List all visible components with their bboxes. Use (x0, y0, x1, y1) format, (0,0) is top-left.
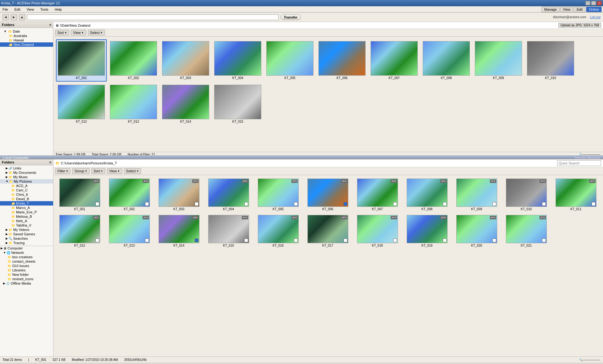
local-thumb-kt020[interactable]: JPG KT_020 (452, 213, 501, 249)
local-thumb-kt018[interactable]: JPG KT_018 (353, 213, 402, 249)
lf-mymusic[interactable]: ▶ 📁 My Music (0, 175, 53, 179)
minimize-button[interactable]: _ (585, 1, 590, 5)
url-input[interactable]: ACDSeeOnline.com (27, 14, 279, 20)
local-thumb-kt017[interactable]: JPG KT_017 (303, 213, 352, 249)
local-select-button[interactable]: Select ▼ (124, 168, 141, 174)
thumb-item-kt008[interactable]: KT_008 (421, 39, 472, 82)
local-thumb-kt010[interactable]: JPG KT_010 (502, 177, 551, 212)
lf-acd-a[interactable]: 📁 ACD_A (0, 184, 53, 188)
local-thumb-kt005[interactable]: JPG KT_005 (254, 177, 302, 212)
local-thumb-kt008[interactable]: JPG KT_008 (403, 177, 451, 212)
thumb-label-kt003: KT_003 (180, 76, 191, 80)
lf-gui-issues[interactable]: 📁 GUI issues (0, 264, 53, 268)
menu-tools[interactable]: Tools (39, 7, 50, 12)
menu-view[interactable]: View (25, 7, 35, 12)
lf-saved-games[interactable]: ▶ 📁 Saved Games (0, 232, 53, 236)
nav-forward-button[interactable]: ► (11, 14, 17, 20)
close-button[interactable]: × (597, 1, 602, 5)
maximize-button[interactable]: □ (591, 1, 596, 5)
local-view-button[interactable]: View ▼ (107, 168, 122, 174)
menu-help[interactable]: Help (53, 7, 63, 12)
local-thumb-kt011[interactable]: JPG KT_011 (551, 177, 600, 212)
local-thumb-kt009[interactable]: JPG KT_009 (452, 177, 501, 212)
lf-links[interactable]: ▶ 🔗 Links (0, 166, 53, 170)
menu-edit[interactable]: Edit (13, 7, 22, 12)
logout-link[interactable]: Log out (590, 15, 600, 19)
thumb-item-kt005[interactable]: KT_005 (264, 39, 315, 82)
thumb-item-kt002[interactable]: KT_002 (108, 39, 159, 82)
thumb-item-kt004[interactable]: KT_004 (212, 39, 263, 82)
folder-item-new-zealand[interactable]: 📁 New Zealand (0, 42, 53, 47)
thumb-item-kt010[interactable]: KT_010 (525, 39, 576, 82)
local-thumb-kt007[interactable]: JPG KT_007 (353, 177, 402, 212)
local-thumb-kt019[interactable]: JPG KT_019 (403, 213, 451, 249)
quick-search-input[interactable] (557, 160, 601, 166)
local-thumb-kt006[interactable]: JPG KT_006 (303, 177, 352, 212)
folder-item-hawaii[interactable]: 📁 Hawaii (0, 38, 53, 42)
nav-up-button[interactable]: ▲ (19, 14, 25, 20)
lf-new-folder[interactable]: 📁 New folder (0, 272, 53, 277)
thumb-item-kt003[interactable]: KT_003 (160, 39, 211, 82)
lf-searches[interactable]: ▶ 🔍 Searches (0, 236, 53, 241)
lf-mydocs[interactable]: ▶ 📁 My Documents (0, 170, 53, 175)
local-thumb-kt001[interactable]: JPG KT_001 (55, 177, 104, 212)
thumb-item-kt006[interactable]: KT_006 (317, 39, 367, 82)
folders-panel-close[interactable]: × (49, 23, 51, 27)
local-group-button[interactable]: Group ▼ (72, 168, 90, 174)
local-thumb-kt004[interactable]: JPG KT_004 (204, 177, 253, 212)
folder-item-australia[interactable]: 📁 Australia (0, 34, 53, 38)
lf-cam-c[interactable]: 📁 Cam_C (0, 188, 53, 192)
lf-david-b[interactable]: 📁 David_B (0, 197, 53, 201)
lf-marie-eve-p[interactable]: 📁 Marie_Eve_P (0, 210, 53, 214)
local-filter-button[interactable]: Filter ▼ (55, 168, 70, 174)
local-folders-close[interactable]: × (49, 161, 51, 164)
mode-buttons: Manage View Edit Online (541, 7, 602, 12)
lf-nels-a[interactable]: 📁 Nels_A (0, 219, 53, 223)
transfer-button[interactable]: Transfer (280, 14, 301, 20)
thumb-item-kt007[interactable]: KT_007 (369, 39, 420, 82)
thumb-item-kt012[interactable]: KT_012 (56, 83, 107, 125)
lf-contact-sheets[interactable]: 📁 contact_sheets (0, 259, 53, 264)
local-thumb-kt012[interactable]: JPG KT_012 (55, 213, 104, 249)
lf-offline-media[interactable]: ▶ 💿 Offline Media (0, 281, 53, 286)
lf-computer[interactable]: ▶ 🖥 Computer (0, 246, 53, 250)
local-sort-button[interactable]: Sort ▼ (91, 168, 105, 174)
lf-tracing[interactable]: ▶ 📁 Tracing (0, 241, 53, 245)
view-button[interactable]: View ▼ (71, 30, 86, 35)
local-thumb-kt016[interactable]: JPG KT_016 (254, 213, 302, 249)
lf-box-creatives[interactable]: 📁 box creatives (0, 255, 53, 259)
edit-mode-button[interactable]: Edit (574, 7, 585, 12)
nav-back-button[interactable]: ◄ (3, 14, 9, 20)
local-thumb-kt014[interactable]: JPG KT_014 (155, 213, 203, 249)
local-thumb-kt013[interactable]: JPG KT_013 (105, 213, 154, 249)
lf-myvideos[interactable]: ▶ 📁 My Videos (0, 228, 53, 232)
thumb-item-kt013[interactable]: KT_013 (108, 83, 159, 125)
thumb-item-kt015[interactable]: KT_015 (212, 83, 263, 125)
lf-tabitha-v[interactable]: 📁 Tabitha_V (0, 223, 53, 228)
lf-chris-k[interactable]: 📁 Chris_K (0, 192, 53, 197)
thumb-item-kt014[interactable]: KT_014 (160, 83, 211, 125)
upload-button[interactable]: Upload as JPG: 1024 x 768 (558, 23, 601, 28)
lf-revised-icons[interactable]: 📁 revised_icons (0, 277, 53, 281)
expand-icon[interactable]: ▼ (4, 30, 7, 33)
view-mode-button[interactable]: View (560, 7, 573, 12)
manage-mode-button[interactable]: Manage (541, 7, 560, 12)
local-thumb-kt003[interactable]: JPG KT_003 (155, 177, 203, 212)
lf-marco-a[interactable]: 📁 Marco_A (0, 206, 53, 210)
folder-item-dale[interactable]: ▼ 📁 Dale (0, 29, 53, 34)
local-thumb-kt015[interactable]: JPG KT_015 (204, 213, 253, 249)
local-thumb-kt021[interactable]: JPG KT_021 (502, 213, 551, 249)
select-button[interactable]: Select ▼ (88, 30, 105, 35)
lf-network[interactable]: ▼ 🌐 Network (0, 250, 53, 255)
lf-mypictures[interactable]: ▼ 📁 My Pictures (0, 179, 53, 184)
sort-button[interactable]: Sort ▼ (55, 30, 69, 35)
thumb-item-kt009[interactable]: KT_009 (473, 39, 524, 82)
lf-melissa-b[interactable]: 📁 Melissa_B (0, 214, 53, 219)
online-mode-button[interactable]: Online (586, 7, 602, 12)
lf-krista-t[interactable]: 📁 Krista_T (0, 201, 53, 206)
local-thumb-kt002[interactable]: JPG KT_002 (105, 177, 154, 212)
thumb-item-kt001[interactable]: KT_001 (56, 39, 107, 82)
lf-libraries[interactable]: 📁 Libraries (0, 268, 53, 272)
file-size-label: 327.1 KB (52, 358, 65, 361)
menu-file[interactable]: File (1, 7, 9, 12)
